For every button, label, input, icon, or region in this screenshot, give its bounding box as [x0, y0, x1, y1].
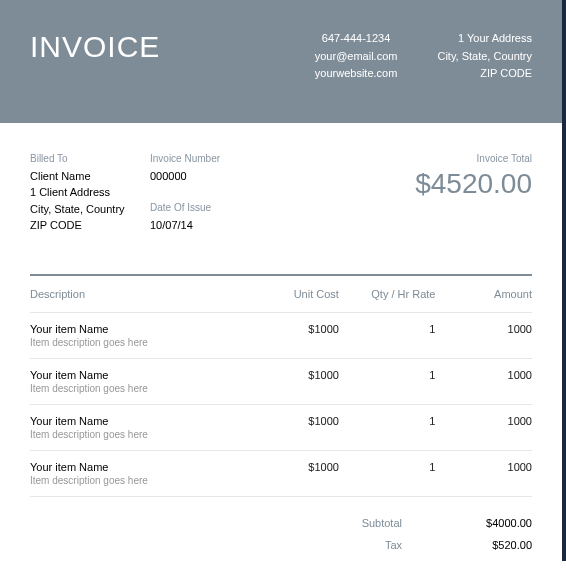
item-amount: 1000	[435, 369, 532, 381]
table-row: Your item Name Item description goes her…	[30, 405, 532, 451]
tax-label: Tax	[385, 539, 402, 551]
item-amount: 1000	[435, 415, 532, 427]
contact-email: your@email.com	[315, 48, 398, 66]
client-name: Client Name	[30, 168, 150, 185]
item-qty: 1	[339, 369, 436, 381]
item-qty: 1	[339, 415, 436, 427]
item-cost: $1000	[242, 369, 339, 381]
address-line2: City, State, Country	[437, 48, 532, 66]
item-amount: 1000	[435, 323, 532, 335]
invoice-number-value: 000000	[150, 168, 270, 185]
contact-block: 647-444-1234 your@email.com yourwebsite.…	[315, 30, 398, 83]
tax-value: $520.00	[462, 539, 532, 551]
item-cost: $1000	[242, 461, 339, 473]
item-description: Item description goes here	[30, 383, 242, 394]
item-qty: 1	[339, 323, 436, 335]
invoice-body: Billed To Client Name 1 Client Address C…	[0, 123, 562, 561]
tax-row: Tax $520.00	[30, 539, 532, 551]
item-cost: $1000	[242, 323, 339, 335]
address-block: 1 Your Address City, State, Country ZIP …	[437, 30, 532, 83]
item-description: Item description goes here	[30, 337, 242, 348]
item-cost: $1000	[242, 415, 339, 427]
client-addr1: 1 Client Address	[30, 184, 150, 201]
date-issue-label: Date Of Issue	[150, 202, 270, 213]
item-name: Your item Name	[30, 323, 242, 335]
client-zip: ZIP CODE	[30, 217, 150, 234]
item-description: Item description goes here	[30, 475, 242, 486]
invoice-meta-block: Invoice Number 000000 Date Of Issue 10/0…	[150, 153, 270, 234]
col-amount: Amount	[435, 288, 532, 300]
line-items-table: Description Unit Cost Qty / Hr Rate Amou…	[30, 274, 532, 497]
item-name: Your item Name	[30, 461, 242, 473]
subtotal-value: $4000.00	[462, 517, 532, 529]
table-header: Description Unit Cost Qty / Hr Rate Amou…	[30, 276, 532, 313]
header-info: 647-444-1234 your@email.com yourwebsite.…	[315, 30, 532, 83]
contact-website: yourwebsite.com	[315, 65, 398, 83]
invoice-total-block: Invoice Total $4520.00	[412, 153, 532, 234]
table-row: Your item Name Item description goes her…	[30, 359, 532, 405]
address-line3: ZIP CODE	[437, 65, 532, 83]
invoice-total-label: Invoice Total	[412, 153, 532, 164]
col-unit-cost: Unit Cost	[242, 288, 339, 300]
item-name: Your item Name	[30, 369, 242, 381]
item-description: Item description goes here	[30, 429, 242, 440]
invoice-title: INVOICE	[30, 30, 160, 83]
col-qty: Qty / Hr Rate	[339, 288, 436, 300]
totals-block: Subtotal $4000.00 Tax $520.00	[30, 517, 532, 551]
address-line1: 1 Your Address	[437, 30, 532, 48]
date-issue-value: 10/07/14	[150, 217, 270, 234]
table-row: Your item Name Item description goes her…	[30, 313, 532, 359]
subtotal-row: Subtotal $4000.00	[30, 517, 532, 529]
billed-to-label: Billed To	[30, 153, 150, 164]
invoice-number-label: Invoice Number	[150, 153, 270, 164]
col-description: Description	[30, 288, 242, 300]
contact-phone: 647-444-1234	[315, 30, 398, 48]
subtotal-label: Subtotal	[362, 517, 402, 529]
item-name: Your item Name	[30, 415, 242, 427]
invoice-total-value: $4520.00	[412, 168, 532, 200]
client-addr2: City, State, Country	[30, 201, 150, 218]
invoice-header: INVOICE 647-444-1234 your@email.com your…	[0, 0, 562, 123]
billed-to-block: Billed To Client Name 1 Client Address C…	[30, 153, 150, 234]
table-row: Your item Name Item description goes her…	[30, 451, 532, 497]
info-row: Billed To Client Name 1 Client Address C…	[30, 153, 532, 234]
item-qty: 1	[339, 461, 436, 473]
item-amount: 1000	[435, 461, 532, 473]
